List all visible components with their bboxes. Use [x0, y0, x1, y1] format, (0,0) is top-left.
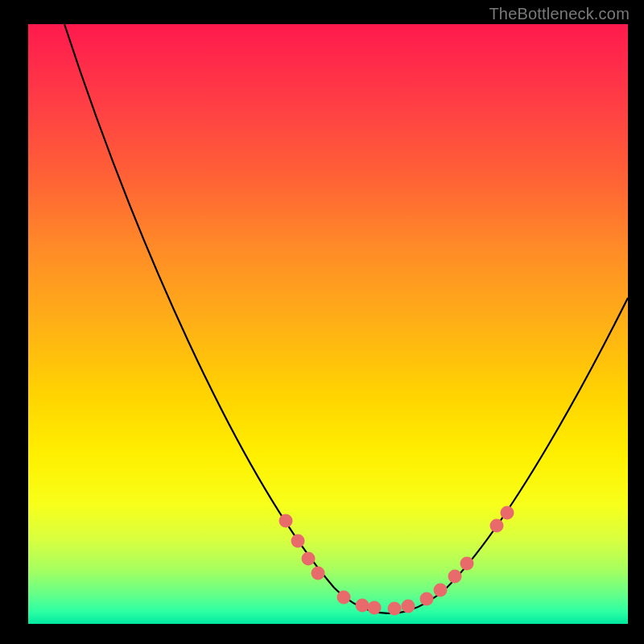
data-point: [501, 506, 514, 520]
data-point: [434, 584, 448, 597]
watermark-text: TheBottleneck.com: [489, 5, 630, 23]
chart-frame: TheBottleneck.com: [0, 0, 644, 644]
data-point: [490, 519, 504, 533]
data-point: [368, 601, 382, 615]
data-point: [356, 599, 369, 613]
bottleneck-curve: [64, 24, 628, 613]
data-point: [279, 514, 293, 528]
data-point: [312, 567, 325, 580]
plot-area: [28, 24, 628, 624]
data-point: [302, 552, 316, 566]
data-point: [460, 557, 474, 571]
dots-group: [279, 506, 514, 616]
data-point: [388, 602, 402, 616]
data-point: [291, 535, 305, 548]
data-point: [448, 570, 462, 584]
data-point: [402, 600, 415, 613]
data-point: [337, 591, 351, 605]
data-point: [420, 592, 434, 606]
chart-svg: [28, 24, 628, 624]
